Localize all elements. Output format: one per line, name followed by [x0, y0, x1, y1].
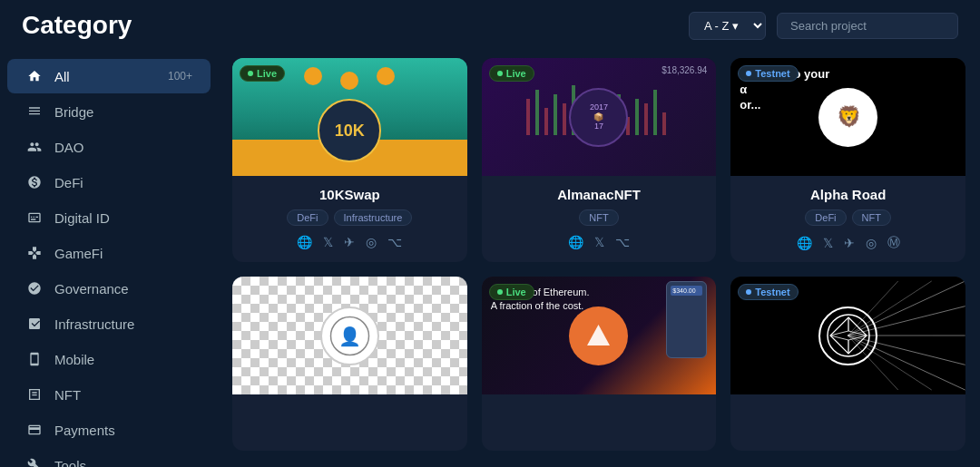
- sidebar-item-tools[interactable]: Tools: [7, 448, 211, 467]
- sidebar-item-nft[interactable]: NFT: [7, 377, 211, 412]
- bridge-icon: [25, 102, 44, 121]
- medium-link-alpha[interactable]: Ⓜ: [887, 235, 900, 251]
- card-tags-almanac: NFT: [495, 209, 704, 226]
- svg-text:🦁: 🦁: [836, 104, 861, 129]
- card-tags-alpha: DeFi NFT: [743, 209, 953, 226]
- svg-marker-34: [830, 336, 848, 354]
- card-image-braavos: The best of Ethereum.A fraction of the c…: [482, 277, 717, 394]
- telegram-link[interactable]: ✈: [344, 235, 355, 249]
- sidebar-item-all[interactable]: All 100+: [7, 59, 211, 93]
- telegram-link-alpha[interactable]: ✈: [844, 236, 855, 250]
- sidebar-item-digital-id[interactable]: Digital ID: [7, 200, 211, 235]
- svg-marker-32: [830, 317, 848, 336]
- discord-link[interactable]: ◎: [366, 235, 377, 249]
- card-name-alpha: Alpha Road: [743, 187, 953, 202]
- card-image-alpha: the road to yourαor... 🦁 Testnet: [730, 58, 965, 176]
- sidebar-count-all: 100+: [168, 70, 192, 83]
- sidebar-label-all: All: [54, 69, 157, 84]
- card-body-blank: [232, 394, 467, 451]
- svg-rect-13: [644, 103, 648, 135]
- card-body-braavos: [482, 394, 717, 451]
- card-image-blank: 👤: [232, 277, 467, 394]
- sidebar-label-digital-id: Digital ID: [54, 210, 192, 226]
- phone-mockup: $340.00: [666, 281, 707, 358]
- card-image-almanac: $18,326.94 2017📦17 Live: [482, 58, 717, 176]
- sidebar: All 100+ Bridge DAO DeFi: [0, 51, 218, 467]
- project-grid: 10K Live 10KSwap DeFi Infrastructure 🌐 𝕏: [232, 58, 965, 451]
- sidebar-label-governance: Governance: [54, 281, 192, 297]
- card-name-blank: [245, 405, 455, 423]
- main-layout: All 100+ Bridge DAO DeFi: [0, 51, 980, 467]
- svg-rect-12: [635, 99, 639, 135]
- project-card-10kswap[interactable]: 10K Live 10KSwap DeFi Infrastructure 🌐 𝕏: [232, 58, 467, 262]
- home-icon: [25, 67, 44, 85]
- tools-icon: [25, 456, 44, 467]
- card-tags-10kswap: DeFi Infrastructure: [245, 209, 455, 226]
- svg-marker-33: [848, 336, 867, 354]
- svg-rect-3: [554, 94, 557, 135]
- status-badge-braavos: Live: [489, 284, 534, 300]
- sidebar-label-dao: DAO: [54, 140, 192, 155]
- card-body-10kswap: 10KSwap DeFi Infrastructure 🌐 𝕏 ✈ ◎ ⌥: [232, 176, 467, 260]
- project-card-geo[interactable]: Testnet: [730, 277, 965, 451]
- card-links-alpha: 🌐 𝕏 ✈ ◎ Ⓜ: [743, 235, 953, 251]
- sidebar-item-payments[interactable]: Payments: [7, 413, 211, 447]
- sidebar-item-mobile[interactable]: Mobile: [7, 342, 211, 376]
- twitter-link-almanac[interactable]: 𝕏: [594, 235, 604, 249]
- governance-icon: [25, 279, 44, 297]
- live-dot-braavos: [497, 289, 503, 295]
- sidebar-item-infrastructure[interactable]: Infrastructure: [7, 306, 211, 341]
- tag-defi-alpha: DeFi: [805, 209, 846, 226]
- card-name-geo: [743, 405, 953, 423]
- svg-rect-2: [544, 108, 548, 135]
- github-link[interactable]: ⌥: [387, 235, 402, 249]
- svg-text:👤: 👤: [338, 326, 361, 347]
- payments-icon: [25, 421, 44, 439]
- tag-nft: NFT: [579, 209, 618, 226]
- discord-link-alpha[interactable]: ◎: [866, 236, 877, 250]
- status-badge-geo: Testnet: [738, 284, 798, 300]
- search-input[interactable]: [777, 13, 958, 39]
- dao-icon: [25, 138, 44, 156]
- page-title: Category: [22, 11, 132, 40]
- project-card-alpharoad[interactable]: the road to yourαor... 🦁 Testnet: [730, 58, 965, 262]
- tag-nft-alpha: NFT: [852, 209, 891, 226]
- web-link[interactable]: 🌐: [297, 235, 312, 249]
- sidebar-item-defi[interactable]: DeFi: [7, 165, 211, 199]
- sidebar-label-infrastructure: Infrastructure: [54, 316, 192, 332]
- logo-10kswap: 10K: [318, 99, 381, 162]
- svg-marker-31: [848, 317, 867, 336]
- web-link-almanac[interactable]: 🌐: [568, 235, 583, 249]
- svg-rect-14: [653, 90, 657, 135]
- tag-defi: DeFi: [287, 209, 328, 226]
- card-image-geo: Testnet: [730, 277, 965, 394]
- sidebar-label-defi: DeFi: [54, 175, 192, 190]
- twitter-link-alpha[interactable]: 𝕏: [823, 236, 833, 250]
- github-link-almanac[interactable]: ⌥: [615, 235, 630, 249]
- svg-rect-4: [563, 103, 566, 135]
- sidebar-item-governance[interactable]: Governance: [7, 271, 211, 306]
- live-dot-almanac: [497, 71, 503, 76]
- sidebar-label-nft: NFT: [54, 387, 192, 403]
- sidebar-item-bridge[interactable]: Bridge: [7, 94, 211, 129]
- sidebar-item-gamefi[interactable]: GameFi: [7, 236, 211, 270]
- sort-select[interactable]: A - Z ▾ Z - A: [689, 12, 766, 40]
- tag-infrastructure: Infrastructure: [334, 209, 413, 226]
- project-card-braavos[interactable]: The best of Ethereum.A fraction of the c…: [482, 277, 717, 451]
- sidebar-item-dao[interactable]: DAO: [7, 130, 211, 164]
- testnet-dot-geo: [746, 289, 751, 295]
- project-card-almanacnft[interactable]: $18,326.94 2017📦17 Live AlmanacNFT NFT: [482, 58, 717, 262]
- card-image-10kswap: 10K Live: [232, 58, 467, 176]
- gamefi-icon: [25, 244, 44, 262]
- project-card-unknown1[interactable]: 👤: [232, 277, 467, 451]
- status-badge-almanac: Live: [489, 65, 534, 82]
- card-name-braavos: [495, 405, 704, 423]
- card-links-10kswap: 🌐 𝕏 ✈ ◎ ⌥: [245, 235, 455, 249]
- infrastructure-icon: [25, 315, 44, 333]
- logo-blank: 👤: [320, 306, 379, 365]
- twitter-link[interactable]: 𝕏: [323, 235, 333, 249]
- logo-geo: [818, 306, 877, 365]
- card-name-10kswap: 10KSwap: [245, 187, 455, 202]
- header-controls: A - Z ▾ Z - A: [689, 12, 958, 40]
- web-link-alpha[interactable]: 🌐: [797, 236, 812, 250]
